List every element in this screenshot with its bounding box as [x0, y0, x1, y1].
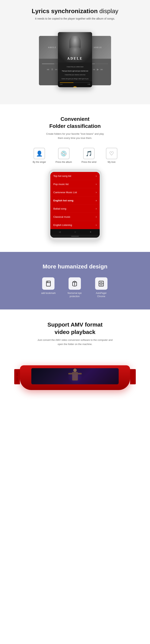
folder-icons-row: 👤 By the singer 💿 Press the album 🎵 Pres… [4, 148, 146, 163]
humanized-section: More humanized design add bookmark [0, 252, 150, 310]
side-text-left: ADELE [48, 46, 56, 48]
lyric-line-1: I heard that you settled down [59, 66, 91, 68]
icon-wind: 🎵 Press the wind [82, 148, 96, 163]
player-lyrics-area: I heard that you settled down That you f… [58, 62, 92, 81]
eye-label: Nocturnal eye protection [67, 292, 82, 298]
side-text-right: ADELE [94, 46, 102, 48]
folder-subtitle: Create folders for your favorite "love b… [4, 132, 146, 140]
icon-singer: 👤 By the singer [33, 148, 46, 163]
menu-arrow-1: › [96, 182, 97, 186]
lyrics-section: Lyrics synchronization display It needs … [0, 0, 150, 104]
menu-arrow-2: › [96, 191, 97, 194]
singer-label: By the singer [33, 161, 46, 163]
player-mock: ADELE ⏮ ⏸ ⏭ ADELE [39, 28, 111, 93]
amv-section: Support AMV formatvideo playback Just co… [0, 310, 150, 407]
menu-arrow-4: › [96, 207, 97, 210]
menu-arrow-0: › [96, 174, 97, 178]
player-progress-fill [60, 82, 74, 83]
player-main: ADELE I heard that you settled down That… [58, 32, 92, 87]
menu-item-5[interactable]: Classical music › [50, 213, 100, 221]
device-side-left [14, 369, 20, 384]
phone-screen: Top hot song list › Pop music list › Can… [50, 172, 100, 238]
menu-item-2[interactable]: Cantonese Music List › [50, 188, 100, 196]
screen-glow [68, 369, 82, 384]
lyric-line-2: That you found a girl and you married on… [59, 70, 91, 72]
icon-album: 💿 Press the album [56, 148, 72, 163]
phone-mock: Top hot song list › Pop music list › Can… [48, 169, 102, 240]
menu-list: Top hot song list › Pop music list › Can… [50, 172, 100, 229]
album-icon: 💿 [60, 150, 67, 157]
icon-love: ♡ My love [106, 148, 117, 163]
menu-item-3[interactable]: English hot song › [50, 196, 100, 204]
side-button-2[interactable] [17, 377, 18, 381]
device-bottom-mock [4, 354, 146, 407]
album-label: Press the album [56, 161, 72, 163]
menu-label-1: Pop music list [53, 183, 68, 186]
lyric-line-3: I heard that your dreams come true [59, 74, 91, 76]
humanized-bookmark: add bookmark [41, 277, 56, 298]
autopager-icon [98, 280, 104, 287]
lyrics-subtitle: It needs to be copied to the player toge… [4, 16, 146, 21]
humanized-pager: AutoPager Chrome [94, 277, 109, 298]
side-button-1[interactable] [17, 372, 18, 376]
nav-back[interactable]: ◁ [59, 230, 60, 233]
eye-protection-icon [72, 280, 78, 287]
menu-label-6: English Listening [53, 224, 72, 226]
menu-arrow-5: › [96, 215, 97, 218]
player-progress-bar[interactable] [60, 82, 90, 83]
singer-icon-box: 👤 [34, 148, 45, 159]
menu-label-0: Top hot song list [53, 174, 71, 178]
humanized-eye: Nocturnal eye protection [67, 277, 82, 298]
bookmark-label: add bookmark [41, 292, 56, 295]
phone-bottom-bar [50, 235, 100, 238]
album-icon-box: 💿 [58, 148, 70, 159]
eye-icon-box [68, 277, 81, 290]
pager-icon-box [95, 277, 108, 290]
menu-item-4[interactable]: Ballad song › [50, 204, 100, 213]
wind-label: Press the wind [82, 161, 96, 163]
device-side-right [130, 369, 136, 384]
home-indicator [71, 236, 79, 236]
folder-section: ConvenientFolder classification Create f… [0, 104, 150, 252]
menu-item-0[interactable]: Top hot song list › [50, 172, 100, 180]
folder-title: ConvenientFolder classification [4, 116, 146, 130]
svg-rect-0 [46, 281, 50, 286]
wind-icon-box: 🎵 [83, 148, 94, 159]
bookmark-icon [46, 280, 52, 287]
love-label: My love [108, 161, 116, 163]
amv-title: Support AMV formatvideo playback [4, 321, 146, 336]
humanized-icons-row: add bookmark Nocturnal eye protection [4, 277, 146, 298]
menu-arrow-6: › [96, 224, 97, 226]
menu-label-4: Ballad song [53, 207, 66, 210]
pager-label: AutoPager Chrome [94, 292, 109, 298]
wind-icon: 🎵 [86, 150, 92, 157]
player-controls: ⏮ ⏸ ⏭ [58, 86, 92, 87]
humanized-title: More humanized design [4, 263, 146, 270]
device-body [20, 365, 130, 390]
nav-home[interactable]: ○ [74, 230, 76, 233]
screen-bg [31, 368, 119, 384]
menu-arrow-3: › [96, 199, 97, 202]
play-button[interactable]: ⏸ [72, 86, 78, 87]
menu-label-2: Cantonese Music List [53, 191, 77, 194]
device-screen-content [31, 368, 119, 384]
lyrics-title: Lyrics synchronization display [4, 8, 146, 15]
love-icon: ♡ [109, 150, 114, 157]
singer-icon: 👤 [36, 150, 43, 157]
lyric-line-4: Guess she gave you things I didn't give … [59, 78, 91, 80]
menu-label-5: Classical music [53, 216, 70, 218]
player-album-art: ADELE [58, 32, 92, 62]
menu-label-3: English hot song [53, 199, 73, 202]
adele-name: ADELE [58, 56, 92, 60]
nav-menu[interactable]: ≡ [90, 230, 91, 233]
phone-nav-bar: ◁ ○ ≡ [50, 229, 100, 235]
love-icon-box: ♡ [106, 148, 117, 159]
time-total: 4:36 [88, 84, 90, 85]
player-time: 2:14 4:36 [58, 84, 92, 85]
menu-item-1[interactable]: Pop music list › [50, 180, 100, 188]
device-screen [31, 368, 119, 384]
bookmark-icon-box [42, 277, 54, 290]
time-current: 2:14 [60, 84, 62, 85]
amv-subtitle: Just convert the AMV video conversion so… [37, 338, 113, 346]
menu-item-6[interactable]: English Listening › [50, 221, 100, 229]
